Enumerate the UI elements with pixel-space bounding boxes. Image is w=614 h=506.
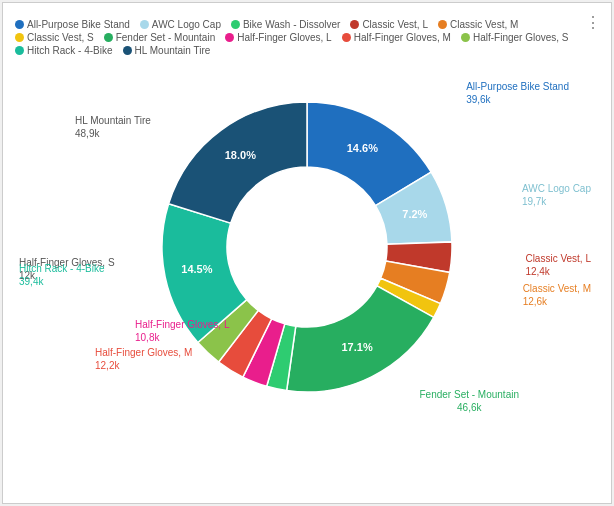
val-hf-s: 12k [19, 270, 35, 281]
legend-item: All-Purpose Bike Stand [15, 19, 130, 30]
label-all-purpose: All-Purpose Bike Stand39,6k [466, 80, 569, 106]
segment-label: 14.5% [181, 263, 212, 275]
label-awc: AWC Logo Cap19,7k [522, 182, 591, 208]
legend-item: Bike Wash - Dissolver [231, 19, 340, 30]
segment-label: 14.6% [347, 142, 378, 154]
val-awc: 19,7k [522, 196, 546, 207]
val-hitch: 39,4k [19, 276, 43, 287]
label-hitch: Hitch Rack - 4-Bike39,4k [19, 262, 105, 288]
val-classic-l: 12,4k [525, 266, 549, 277]
label-hl-mountain: HL Mountain Tire48,9k [75, 114, 151, 140]
legend-item: Classic Vest, M [438, 19, 518, 30]
legend-item: Hitch Rack - 4-Bike [15, 45, 113, 56]
label-classic-m: Classic Vest, M12,6k [523, 282, 591, 308]
val-all-purpose: 39,6k [466, 94, 490, 105]
legend: All-Purpose Bike StandAWC Logo CapBike W… [15, 19, 599, 56]
segment-label: 17.1% [341, 341, 372, 353]
label-classic-l: Classic Vest, L12,4k [525, 252, 591, 278]
label-hf-s: Half-Finger Gloves, S12k [19, 256, 115, 282]
legend-item: Classic Vest, S [15, 32, 94, 43]
legend-item: AWC Logo Cap [140, 19, 221, 30]
val-hl-mountain: 48,9k [75, 128, 99, 139]
legend-item: Fender Set - Mountain [104, 32, 216, 43]
chart-area: 14.6%7.2%17.1%14.5%18.0% All-Purpose Bik… [15, 62, 599, 432]
legend-item: Half-Finger Gloves, M [342, 32, 451, 43]
legend-item: HL Mountain Tire [123, 45, 211, 56]
menu-button[interactable]: ⋮ [585, 13, 601, 32]
top-products-card: All-Purpose Bike StandAWC Logo CapBike W… [2, 2, 612, 504]
donut-chart: 14.6%7.2%17.1%14.5%18.0% [147, 87, 467, 407]
segment-label: 7.2% [402, 208, 427, 220]
val-hf-m: 12,2k [95, 360, 119, 371]
val-classic-m: 12,6k [523, 296, 547, 307]
donut-segment[interactable] [169, 102, 307, 223]
legend-item: Half-Finger Gloves, L [225, 32, 331, 43]
segment-label: 18.0% [225, 149, 256, 161]
legend-item: Classic Vest, L [350, 19, 428, 30]
legend-item: Half-Finger Gloves, S [461, 32, 569, 43]
